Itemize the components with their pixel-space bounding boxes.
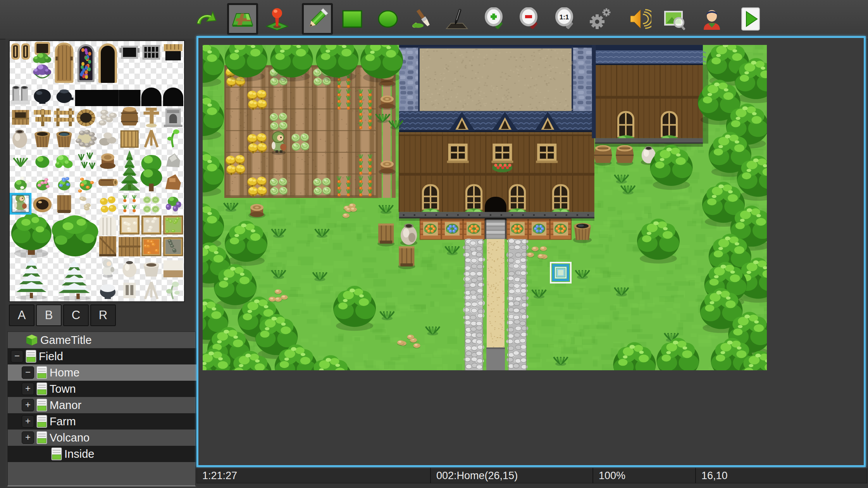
actual-size-button[interactable]: 1:1 (553, 7, 577, 31)
expand-icon[interactable]: + (22, 431, 34, 444)
status-cursor-coords: 16,10 (696, 468, 867, 483)
ellipse-tool-button[interactable] (376, 7, 400, 31)
map-page-icon (36, 399, 47, 412)
zoom-out-icon (518, 7, 541, 31)
map-page-icon (36, 382, 47, 395)
tile-palette-canvas[interactable] (10, 41, 184, 301)
map-page-icon (36, 431, 47, 444)
tab-c[interactable]: C (63, 304, 89, 326)
tile-palette (9, 40, 185, 302)
svg-text:1:1: 1:1 (560, 14, 569, 21)
maptree-label: Home (50, 366, 79, 379)
map-page-icon (36, 415, 47, 428)
expand-icon[interactable]: + (22, 415, 34, 428)
maptree-item-home[interactable]: −Home (8, 364, 209, 381)
maptree-label: Manor (50, 399, 81, 412)
speaker-icon (628, 7, 651, 31)
zoom-in-button[interactable] (483, 7, 507, 31)
maptree-label: Volcano (50, 431, 90, 444)
maptree-item-gametitle[interactable]: GameTitle (8, 332, 198, 348)
tab-r[interactable]: R (90, 304, 116, 326)
rectangle-tool-button[interactable] (340, 7, 364, 31)
tab-b-label: B (45, 308, 53, 322)
rectangle-icon (341, 9, 363, 29)
status-map-info: 002:Home(26,15) (431, 468, 593, 483)
flood-fill-icon (410, 8, 434, 30)
play-icon (740, 7, 761, 31)
undo-button[interactable] (194, 7, 218, 31)
maptree-item-inside[interactable]: Inside (8, 446, 224, 462)
map-page-icon (51, 447, 62, 461)
expand-icon[interactable]: + (22, 383, 34, 395)
zoom-out-button[interactable] (518, 7, 542, 31)
maptree-item-town[interactable]: +Town (8, 381, 209, 397)
maptree-label: Farm (50, 415, 76, 428)
tab-c-label: C (72, 308, 80, 322)
project-cube-icon (26, 334, 38, 346)
map-edit-mode-icon (231, 8, 254, 30)
flood-fill-tool-button[interactable] (410, 7, 434, 31)
maptree-label: GameTitle (40, 334, 92, 347)
maptree-item-manor[interactable]: +Manor (8, 397, 209, 413)
map-canvas[interactable] (198, 38, 864, 465)
maptree-label: Inside (64, 448, 94, 461)
sound-test-button[interactable] (628, 7, 652, 31)
actual-size-icon: 1:1 (554, 7, 577, 31)
expand-icon[interactable]: + (22, 399, 34, 411)
status-zoom-level: 100% (593, 468, 696, 483)
options-button[interactable] (588, 7, 612, 31)
tab-a-label: A (18, 308, 26, 322)
pencil-icon (306, 7, 329, 31)
shadow-pen-tool-button[interactable] (446, 7, 470, 31)
undo-icon (194, 7, 217, 31)
character-icon (701, 7, 723, 31)
map-edit-mode-button[interactable] (227, 3, 258, 35)
event-pin-icon (265, 7, 289, 31)
image-search-icon (663, 8, 687, 30)
status-bar: 1:21:27 002:Home(26,15) 100% 16,10 (196, 468, 867, 484)
maptree-item-farm[interactable]: +Farm (8, 413, 209, 430)
resource-manager-button[interactable] (663, 7, 687, 31)
playtest-button[interactable] (739, 7, 763, 31)
rpg-maker-editor-window: 1:1 (0, 0, 868, 488)
map-viewport (196, 36, 866, 467)
gear-icon (588, 7, 613, 31)
map-page-icon (26, 350, 36, 363)
map-tree: GameTitle−Field−Home+Town+Manor+Farm+Vol… (7, 332, 196, 486)
pencil-tool-button[interactable] (302, 3, 333, 35)
status-time: 1:21:27 (196, 468, 431, 483)
maptree-label: Town (50, 383, 76, 395)
left-panel: A B C R GameTitle−Field−Home+Town+Manor+… (5, 39, 197, 488)
collapse-icon[interactable]: − (22, 366, 34, 379)
tab-b[interactable]: B (36, 304, 62, 326)
tab-r-label: R (99, 308, 107, 322)
maptree-label: Field (39, 350, 63, 363)
ellipse-icon (377, 9, 399, 29)
toolbar: 1:1 (0, 0, 868, 40)
event-edit-mode-button[interactable] (265, 7, 289, 31)
map-page-icon (36, 366, 47, 379)
maptree-item-volcano[interactable]: +Volcano (8, 430, 209, 446)
collapse-icon[interactable]: − (11, 350, 23, 363)
tab-a[interactable]: A (9, 304, 34, 326)
shadow-pen-icon (446, 8, 470, 30)
zoom-in-icon (484, 7, 506, 31)
maptree-item-field[interactable]: −Field (8, 348, 198, 364)
character-generator-button[interactable] (700, 7, 724, 31)
